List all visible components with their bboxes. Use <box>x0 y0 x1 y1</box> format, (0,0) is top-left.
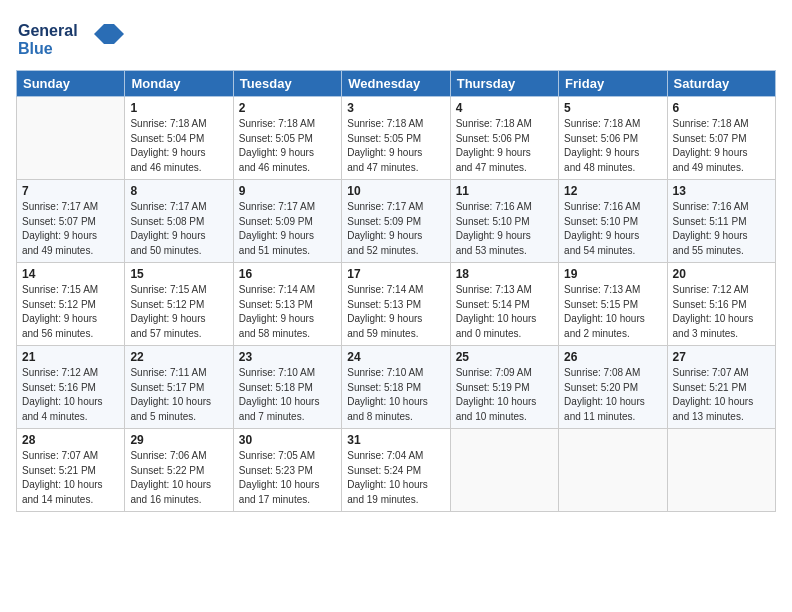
day-info: Sunrise: 7:18 AMSunset: 5:05 PMDaylight:… <box>347 117 444 175</box>
day-info: Sunrise: 7:06 AMSunset: 5:22 PMDaylight:… <box>130 449 227 507</box>
day-number: 13 <box>673 184 770 198</box>
day-number: 21 <box>22 350 119 364</box>
header-day-friday: Friday <box>559 71 667 97</box>
day-info: Sunrise: 7:09 AMSunset: 5:19 PMDaylight:… <box>456 366 553 424</box>
calendar-cell: 28Sunrise: 7:07 AMSunset: 5:21 PMDayligh… <box>17 429 125 512</box>
day-info: Sunrise: 7:18 AMSunset: 5:05 PMDaylight:… <box>239 117 336 175</box>
day-number: 6 <box>673 101 770 115</box>
calendar-cell: 19Sunrise: 7:13 AMSunset: 5:15 PMDayligh… <box>559 263 667 346</box>
day-info: Sunrise: 7:12 AMSunset: 5:16 PMDaylight:… <box>22 366 119 424</box>
calendar-cell: 14Sunrise: 7:15 AMSunset: 5:12 PMDayligh… <box>17 263 125 346</box>
day-number: 5 <box>564 101 661 115</box>
calendar-cell: 12Sunrise: 7:16 AMSunset: 5:10 PMDayligh… <box>559 180 667 263</box>
day-number: 11 <box>456 184 553 198</box>
day-info: Sunrise: 7:16 AMSunset: 5:10 PMDaylight:… <box>564 200 661 258</box>
day-info: Sunrise: 7:17 AMSunset: 5:09 PMDaylight:… <box>239 200 336 258</box>
calendar-cell <box>17 97 125 180</box>
day-info: Sunrise: 7:12 AMSunset: 5:16 PMDaylight:… <box>673 283 770 341</box>
day-number: 4 <box>456 101 553 115</box>
calendar-week-row: 14Sunrise: 7:15 AMSunset: 5:12 PMDayligh… <box>17 263 776 346</box>
day-number: 19 <box>564 267 661 281</box>
day-info: Sunrise: 7:17 AMSunset: 5:08 PMDaylight:… <box>130 200 227 258</box>
svg-marker-1 <box>94 24 124 44</box>
header-day-tuesday: Tuesday <box>233 71 341 97</box>
logo-svg: General Blue <box>16 16 126 60</box>
day-number: 28 <box>22 433 119 447</box>
calendar-header-row: SundayMondayTuesdayWednesdayThursdayFrid… <box>17 71 776 97</box>
day-number: 20 <box>673 267 770 281</box>
day-info: Sunrise: 7:14 AMSunset: 5:13 PMDaylight:… <box>347 283 444 341</box>
calendar-cell: 8Sunrise: 7:17 AMSunset: 5:08 PMDaylight… <box>125 180 233 263</box>
header-row: General Blue <box>16 16 776 64</box>
day-number: 18 <box>456 267 553 281</box>
day-info: Sunrise: 7:10 AMSunset: 5:18 PMDaylight:… <box>239 366 336 424</box>
day-number: 27 <box>673 350 770 364</box>
day-info: Sunrise: 7:13 AMSunset: 5:14 PMDaylight:… <box>456 283 553 341</box>
day-number: 7 <box>22 184 119 198</box>
calendar-body: 1Sunrise: 7:18 AMSunset: 5:04 PMDaylight… <box>17 97 776 512</box>
day-number: 31 <box>347 433 444 447</box>
calendar-cell: 17Sunrise: 7:14 AMSunset: 5:13 PMDayligh… <box>342 263 450 346</box>
day-info: Sunrise: 7:13 AMSunset: 5:15 PMDaylight:… <box>564 283 661 341</box>
day-number: 30 <box>239 433 336 447</box>
day-number: 9 <box>239 184 336 198</box>
calendar-cell: 15Sunrise: 7:15 AMSunset: 5:12 PMDayligh… <box>125 263 233 346</box>
header-day-monday: Monday <box>125 71 233 97</box>
svg-text:Blue: Blue <box>18 40 53 57</box>
day-info: Sunrise: 7:05 AMSunset: 5:23 PMDaylight:… <box>239 449 336 507</box>
day-info: Sunrise: 7:18 AMSunset: 5:07 PMDaylight:… <box>673 117 770 175</box>
day-info: Sunrise: 7:14 AMSunset: 5:13 PMDaylight:… <box>239 283 336 341</box>
calendar-cell: 7Sunrise: 7:17 AMSunset: 5:07 PMDaylight… <box>17 180 125 263</box>
day-number: 2 <box>239 101 336 115</box>
svg-text:General: General <box>18 22 78 39</box>
day-number: 10 <box>347 184 444 198</box>
day-number: 25 <box>456 350 553 364</box>
calendar-week-row: 1Sunrise: 7:18 AMSunset: 5:04 PMDaylight… <box>17 97 776 180</box>
calendar-cell: 26Sunrise: 7:08 AMSunset: 5:20 PMDayligh… <box>559 346 667 429</box>
calendar-cell: 3Sunrise: 7:18 AMSunset: 5:05 PMDaylight… <box>342 97 450 180</box>
day-info: Sunrise: 7:11 AMSunset: 5:17 PMDaylight:… <box>130 366 227 424</box>
calendar-cell: 27Sunrise: 7:07 AMSunset: 5:21 PMDayligh… <box>667 346 775 429</box>
calendar-cell: 1Sunrise: 7:18 AMSunset: 5:04 PMDaylight… <box>125 97 233 180</box>
calendar-cell: 10Sunrise: 7:17 AMSunset: 5:09 PMDayligh… <box>342 180 450 263</box>
day-number: 24 <box>347 350 444 364</box>
day-number: 22 <box>130 350 227 364</box>
day-info: Sunrise: 7:18 AMSunset: 5:04 PMDaylight:… <box>130 117 227 175</box>
calendar-cell: 13Sunrise: 7:16 AMSunset: 5:11 PMDayligh… <box>667 180 775 263</box>
day-info: Sunrise: 7:18 AMSunset: 5:06 PMDaylight:… <box>564 117 661 175</box>
day-info: Sunrise: 7:18 AMSunset: 5:06 PMDaylight:… <box>456 117 553 175</box>
day-number: 15 <box>130 267 227 281</box>
calendar-cell: 16Sunrise: 7:14 AMSunset: 5:13 PMDayligh… <box>233 263 341 346</box>
day-info: Sunrise: 7:10 AMSunset: 5:18 PMDaylight:… <box>347 366 444 424</box>
calendar-cell: 31Sunrise: 7:04 AMSunset: 5:24 PMDayligh… <box>342 429 450 512</box>
day-info: Sunrise: 7:16 AMSunset: 5:11 PMDaylight:… <box>673 200 770 258</box>
day-number: 3 <box>347 101 444 115</box>
calendar-cell: 5Sunrise: 7:18 AMSunset: 5:06 PMDaylight… <box>559 97 667 180</box>
logo-text: General Blue <box>16 16 126 64</box>
day-number: 17 <box>347 267 444 281</box>
calendar-cell: 9Sunrise: 7:17 AMSunset: 5:09 PMDaylight… <box>233 180 341 263</box>
calendar-cell: 29Sunrise: 7:06 AMSunset: 5:22 PMDayligh… <box>125 429 233 512</box>
calendar-cell: 24Sunrise: 7:10 AMSunset: 5:18 PMDayligh… <box>342 346 450 429</box>
calendar-cell: 20Sunrise: 7:12 AMSunset: 5:16 PMDayligh… <box>667 263 775 346</box>
day-number: 1 <box>130 101 227 115</box>
day-info: Sunrise: 7:04 AMSunset: 5:24 PMDaylight:… <box>347 449 444 507</box>
day-number: 23 <box>239 350 336 364</box>
calendar-week-row: 21Sunrise: 7:12 AMSunset: 5:16 PMDayligh… <box>17 346 776 429</box>
day-number: 8 <box>130 184 227 198</box>
calendar-cell: 30Sunrise: 7:05 AMSunset: 5:23 PMDayligh… <box>233 429 341 512</box>
logo: General Blue <box>16 16 126 64</box>
calendar-cell: 4Sunrise: 7:18 AMSunset: 5:06 PMDaylight… <box>450 97 558 180</box>
calendar-table: SundayMondayTuesdayWednesdayThursdayFrid… <box>16 70 776 512</box>
day-info: Sunrise: 7:08 AMSunset: 5:20 PMDaylight:… <box>564 366 661 424</box>
calendar-cell: 11Sunrise: 7:16 AMSunset: 5:10 PMDayligh… <box>450 180 558 263</box>
calendar-week-row: 7Sunrise: 7:17 AMSunset: 5:07 PMDaylight… <box>17 180 776 263</box>
header-day-saturday: Saturday <box>667 71 775 97</box>
day-info: Sunrise: 7:16 AMSunset: 5:10 PMDaylight:… <box>456 200 553 258</box>
calendar-cell: 2Sunrise: 7:18 AMSunset: 5:05 PMDaylight… <box>233 97 341 180</box>
calendar-cell <box>450 429 558 512</box>
calendar-cell: 25Sunrise: 7:09 AMSunset: 5:19 PMDayligh… <box>450 346 558 429</box>
calendar-cell: 22Sunrise: 7:11 AMSunset: 5:17 PMDayligh… <box>125 346 233 429</box>
calendar-cell: 6Sunrise: 7:18 AMSunset: 5:07 PMDaylight… <box>667 97 775 180</box>
header-day-sunday: Sunday <box>17 71 125 97</box>
